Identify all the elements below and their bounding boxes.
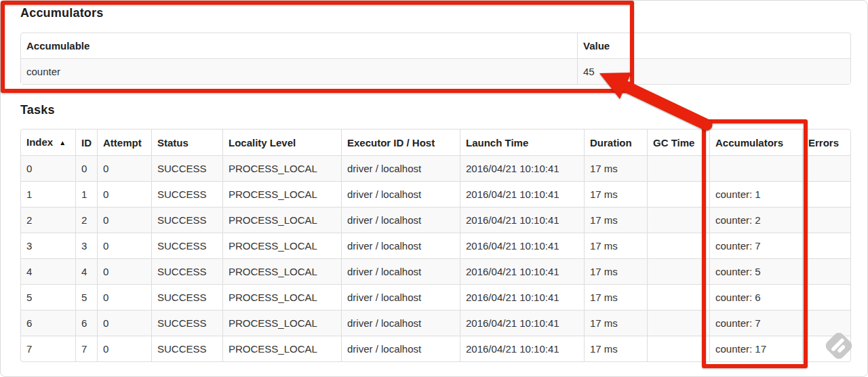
cell-executor: driver / localhost bbox=[341, 181, 460, 207]
cell-locality: PROCESS_LOCAL bbox=[222, 258, 341, 284]
col-header-launch-time[interactable]: Launch Time bbox=[460, 130, 584, 155]
cell-locality: PROCESS_LOCAL bbox=[222, 284, 341, 310]
col-header-gc-time[interactable]: GC Time bbox=[647, 130, 709, 155]
cell-accumulators: counter: 5 bbox=[709, 258, 802, 284]
cell-errors bbox=[802, 258, 850, 284]
col-header-accumulable: Accumulable bbox=[21, 33, 577, 58]
cell-accumulators: counter: 6 bbox=[709, 284, 802, 310]
cell-gc-time bbox=[647, 258, 709, 284]
cell-launch-time: 2016/04/21 10:10:41 bbox=[460, 155, 584, 181]
cell-attempt: 0 bbox=[97, 181, 151, 207]
cell-status: SUCCESS bbox=[151, 284, 222, 310]
task-row: 7 7 0 SUCCESS PROCESS_LOCAL driver / loc… bbox=[21, 336, 850, 361]
cell-accumulators: counter: 17 bbox=[709, 336, 802, 361]
cell-status: SUCCESS bbox=[151, 310, 222, 336]
cell-id: 1 bbox=[75, 181, 97, 207]
cell-index: 1 bbox=[21, 181, 75, 207]
cell-gc-time bbox=[647, 310, 709, 336]
cell-attempt: 0 bbox=[97, 336, 151, 361]
cell-index: 7 bbox=[21, 336, 75, 361]
col-header-accumulators[interactable]: Accumulators bbox=[709, 130, 802, 155]
cell-launch-time: 2016/04/21 10:10:41 bbox=[460, 207, 584, 233]
cell-launch-time: 2016/04/21 10:10:41 bbox=[460, 233, 584, 258]
cell-attempt: 0 bbox=[97, 310, 151, 336]
cell-status: SUCCESS bbox=[151, 233, 222, 258]
cell-errors bbox=[802, 336, 850, 361]
cell-status: SUCCESS bbox=[151, 207, 222, 233]
cell-attempt: 0 bbox=[97, 207, 151, 233]
cell-duration: 17 ms bbox=[584, 310, 647, 336]
task-row: 6 6 0 SUCCESS PROCESS_LOCAL driver / loc… bbox=[21, 310, 850, 336]
accumulator-row: counter 45 bbox=[21, 58, 850, 84]
col-header-errors[interactable]: Errors bbox=[802, 130, 850, 155]
cell-index: 5 bbox=[21, 284, 75, 310]
cell-locality: PROCESS_LOCAL bbox=[222, 233, 341, 258]
cell-launch-time: 2016/04/21 10:10:41 bbox=[460, 310, 584, 336]
sort-ascending-icon: ▲ bbox=[59, 139, 66, 146]
cell-id: 6 bbox=[75, 310, 97, 336]
col-header-status[interactable]: Status bbox=[151, 130, 222, 155]
cell-index: 4 bbox=[21, 258, 75, 284]
cell-id: 3 bbox=[75, 233, 97, 258]
cell-errors bbox=[802, 181, 850, 207]
col-header-index-label: Index bbox=[26, 136, 53, 148]
cell-executor: driver / localhost bbox=[341, 310, 460, 336]
cell-index: 0 bbox=[21, 155, 75, 181]
cell-attempt: 0 bbox=[97, 284, 151, 310]
col-header-executor-id-host[interactable]: Executor ID / Host bbox=[341, 130, 460, 155]
cell-gc-time bbox=[647, 336, 709, 361]
task-row: 1 1 0 SUCCESS PROCESS_LOCAL driver / loc… bbox=[21, 181, 850, 207]
cell-attempt: 0 bbox=[97, 258, 151, 284]
cell-locality: PROCESS_LOCAL bbox=[222, 336, 341, 361]
cell-gc-time bbox=[647, 181, 709, 207]
cell-id: 2 bbox=[75, 207, 97, 233]
col-header-locality-level[interactable]: Locality Level bbox=[222, 130, 341, 155]
cell-launch-time: 2016/04/21 10:10:41 bbox=[460, 284, 584, 310]
cell-id: 4 bbox=[75, 258, 97, 284]
cell-index: 6 bbox=[21, 310, 75, 336]
cell-gc-time bbox=[647, 207, 709, 233]
accumulators-table: Accumulable Value counter 45 bbox=[20, 33, 851, 85]
cell-errors bbox=[802, 310, 850, 336]
cell-errors bbox=[802, 233, 850, 258]
cell-executor: driver / localhost bbox=[341, 284, 460, 310]
cell-id: 7 bbox=[75, 336, 97, 361]
cell-index: 2 bbox=[21, 207, 75, 233]
cell-launch-time: 2016/04/21 10:10:41 bbox=[460, 336, 584, 361]
cell-errors bbox=[802, 207, 850, 233]
cell-gc-time bbox=[647, 233, 709, 258]
cell-locality: PROCESS_LOCAL bbox=[222, 207, 341, 233]
cell-executor: driver / localhost bbox=[341, 155, 460, 181]
task-row: 0 0 0 SUCCESS PROCESS_LOCAL driver / loc… bbox=[21, 155, 850, 181]
cell-attempt: 0 bbox=[97, 233, 151, 258]
accumulators-section-title: Accumulators bbox=[20, 6, 103, 20]
col-header-index[interactable]: Index▲ bbox=[21, 130, 75, 155]
cell-duration: 17 ms bbox=[584, 258, 647, 284]
cell-accumulators bbox=[709, 155, 802, 181]
cell-accumulators: counter: 7 bbox=[709, 233, 802, 258]
cell-executor: driver / localhost bbox=[341, 207, 460, 233]
cell-launch-time: 2016/04/21 10:10:41 bbox=[460, 181, 584, 207]
cell-locality: PROCESS_LOCAL bbox=[222, 155, 341, 181]
cell-status: SUCCESS bbox=[151, 336, 222, 361]
task-row: 4 4 0 SUCCESS PROCESS_LOCAL driver / loc… bbox=[21, 258, 850, 284]
col-header-attempt[interactable]: Attempt bbox=[97, 130, 151, 155]
tasks-header-row: Index▲ ID Attempt Status Locality Level … bbox=[21, 130, 850, 155]
cell-gc-time bbox=[647, 284, 709, 310]
cell-locality: PROCESS_LOCAL bbox=[222, 310, 341, 336]
cell-accumulators: counter: 2 bbox=[709, 207, 802, 233]
cell-errors bbox=[802, 284, 850, 310]
cell-launch-time: 2016/04/21 10:10:41 bbox=[460, 258, 584, 284]
cell-accumulable-value: 45 bbox=[577, 58, 850, 84]
cell-gc-time bbox=[647, 155, 709, 181]
cell-duration: 17 ms bbox=[584, 207, 647, 233]
col-header-duration[interactable]: Duration bbox=[584, 130, 647, 155]
cell-errors bbox=[802, 155, 850, 181]
accumulators-header-row: Accumulable Value bbox=[21, 33, 850, 58]
cell-accumulators: counter: 1 bbox=[709, 181, 802, 207]
cell-attempt: 0 bbox=[97, 155, 151, 181]
task-row: 2 2 0 SUCCESS PROCESS_LOCAL driver / loc… bbox=[21, 207, 850, 233]
cell-accumulators: counter: 7 bbox=[709, 310, 802, 336]
cell-status: SUCCESS bbox=[151, 181, 222, 207]
col-header-id[interactable]: ID bbox=[75, 130, 97, 155]
